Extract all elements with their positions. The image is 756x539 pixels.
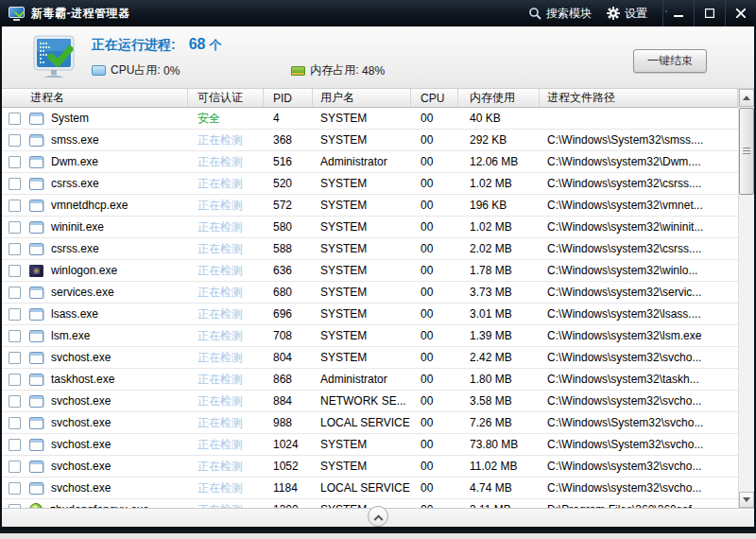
mem-value: 196 KB	[458, 199, 540, 212]
pid-value: 708	[264, 329, 313, 342]
column-header-mem[interactable]: 内存使用	[458, 89, 540, 107]
table-row[interactable]: System 安全 4 SYSTEM 00 40 KB	[2, 108, 738, 130]
row-checkbox[interactable]	[9, 265, 21, 277]
table-row[interactable]: csrss.exe 正在检测 588 SYSTEM 00 2.02 MB C:\…	[2, 238, 738, 260]
settings-button[interactable]: 设置	[599, 6, 655, 22]
row-checkbox[interactable]	[9, 156, 21, 168]
trust-status: 正在检测	[198, 133, 243, 147]
minimize-button[interactable]	[662, 0, 694, 26]
row-checkbox[interactable]	[9, 374, 21, 386]
pid-value: 804	[264, 351, 313, 364]
trust-status: 正在检测	[198, 416, 243, 429]
table-row[interactable]: wininit.exe 正在检测 580 SYSTEM 00 1.02 MB C…	[2, 217, 738, 238]
row-checkbox[interactable]	[9, 482, 21, 495]
running-count: 68	[189, 36, 206, 52]
column-header-trust[interactable]: 可信认证	[188, 89, 264, 107]
column-header-path[interactable]: 进程文件路径	[540, 89, 738, 107]
table-row[interactable]: csrss.exe 正在检测 520 SYSTEM 00 1.02 MB C:\…	[2, 173, 738, 195]
table-row[interactable]: lsm.exe 正在检测 708 SYSTEM 00 1.39 MB C:\Wi…	[2, 325, 738, 347]
process-name: vmnetdhcp.exe	[51, 199, 128, 212]
table-row[interactable]: svchost.exe 正在检测 1052 SYSTEM 00 11.02 MB…	[2, 456, 738, 478]
row-checkbox[interactable]	[9, 330, 21, 342]
user-value: Administrator	[313, 373, 411, 386]
trust-status: 正在检测	[198, 286, 243, 299]
row-checkbox[interactable]	[9, 417, 21, 429]
table-row[interactable]: lsass.exe 正在检测 696 SYSTEM 00 3.01 MB C:\…	[2, 304, 738, 325]
column-header-pid[interactable]: PID	[264, 89, 313, 107]
scroll-down-button[interactable]	[739, 492, 754, 508]
table-row[interactable]: svchost.exe 正在检测 1024 SYSTEM 00 73.80 MB…	[2, 434, 738, 456]
process-name: taskhost.exe	[51, 373, 114, 386]
process-name: System	[51, 112, 89, 125]
table-row[interactable]: svchost.exe 正在检测 884 NETWORK SE... 00 3.…	[2, 391, 738, 412]
trust-status: 正在检测	[198, 264, 243, 277]
table-row[interactable]: Dwm.exe 正在检测 516 Administrator 00 12.06 …	[2, 151, 738, 173]
table-row[interactable]: zhudongfangyu.exe 正在检测 1300 SYSTEM 00 3.…	[2, 499, 738, 508]
row-checkbox[interactable]	[9, 200, 21, 212]
pid-value: 636	[264, 264, 313, 277]
path-value: C:\Windows\system32\svcho...	[540, 460, 738, 473]
collapse-panel-button[interactable]	[368, 506, 388, 527]
maximize-button[interactable]	[694, 0, 725, 26]
column-header-cpu[interactable]: CPU	[411, 89, 458, 107]
table-row[interactable]: winlogon.exe 正在检测 636 SYSTEM 00 1.78 MB …	[2, 260, 738, 282]
user-value: SYSTEM	[313, 242, 411, 255]
vertical-scrollbar[interactable]	[738, 89, 754, 508]
user-value: LOCAL SERVICE	[313, 481, 411, 495]
user-value: SYSTEM	[313, 177, 411, 190]
table-row[interactable]: smss.exe 正在检测 368 SYSTEM 00 292 KB C:\Wi…	[2, 130, 738, 151]
row-checkbox[interactable]	[9, 461, 21, 473]
row-checkbox[interactable]	[9, 134, 21, 147]
path-value: C:\Windows\system32\wininit...	[540, 220, 738, 234]
row-checkbox[interactable]	[9, 308, 21, 321]
window-icon	[29, 352, 43, 364]
row-checkbox[interactable]	[9, 221, 21, 234]
table-row[interactable]: svchost.exe 正在检测 804 SYSTEM 00 2.42 MB C…	[2, 347, 738, 369]
memory-label: 内存占用:	[310, 62, 358, 78]
titlebar: 新毒霸-进程管理器 搜索模块	[0, 0, 756, 26]
process-table: 进程名 可信认证 PID 用户名 CPU 内存使用 进程文件路径 System …	[2, 89, 754, 508]
window-icon	[29, 439, 43, 451]
end-all-button[interactable]: 一键结束	[633, 49, 707, 73]
trust-status: 正在检测	[198, 329, 243, 342]
table-row[interactable]: taskhost.exe 正在检测 868 Administrator 00 1…	[2, 369, 738, 391]
row-checkbox[interactable]	[9, 352, 21, 364]
window-icon	[29, 134, 43, 147]
cpu-value: 00	[411, 394, 458, 408]
pid-value: 696	[264, 307, 313, 321]
process-name: svchost.exe	[51, 394, 111, 408]
window-icon	[29, 330, 43, 342]
row-checkbox[interactable]	[9, 113, 21, 125]
table-row[interactable]: svchost.exe 正在检测 988 LOCAL SERVICE 00 7.…	[2, 412, 738, 434]
path-value: C:\Windows\system32\svcho...	[540, 481, 738, 495]
mem-value: 73.80 MB	[458, 438, 540, 451]
row-checkbox[interactable]	[9, 287, 21, 299]
row-checkbox[interactable]	[9, 178, 21, 190]
cpu-value: 00	[411, 481, 458, 495]
maximize-icon	[705, 9, 714, 18]
trust-status: 正在检测	[198, 438, 243, 451]
close-button[interactable]	[725, 0, 756, 26]
path-value: C:\Windows\system32\lsass....	[540, 307, 738, 321]
scrollbar-track[interactable]	[739, 107, 754, 492]
row-checkbox[interactable]	[9, 243, 21, 255]
search-module-button[interactable]: 搜索模块	[521, 6, 599, 22]
column-header-user[interactable]: 用户名	[313, 89, 411, 107]
window-icon	[29, 287, 43, 299]
scroll-up-button[interactable]	[739, 89, 754, 107]
row-checkbox[interactable]	[9, 439, 21, 451]
user-value: SYSTEM	[313, 438, 411, 451]
pid-value: 4	[264, 112, 313, 125]
pid-value: 680	[264, 286, 313, 299]
process-name: lsass.exe	[51, 307, 98, 321]
table-row[interactable]: vmnetdhcp.exe 正在检测 572 SYSTEM 00 196 KB …	[2, 195, 738, 217]
pid-value: 572	[264, 199, 313, 212]
scrollbar-thumb[interactable]	[739, 108, 754, 195]
trust-status: 正在检测	[198, 394, 243, 408]
row-checkbox[interactable]	[9, 395, 21, 408]
table-row[interactable]: services.exe 正在检测 680 SYSTEM 00 3.73 MB …	[2, 282, 738, 304]
mem-value: 1.02 MB	[458, 220, 540, 234]
table-row[interactable]: svchost.exe 正在检测 1184 LOCAL SERVICE 00 4…	[2, 478, 738, 499]
pid-value: 884	[264, 394, 313, 408]
column-header-name[interactable]: 进程名	[2, 89, 188, 107]
